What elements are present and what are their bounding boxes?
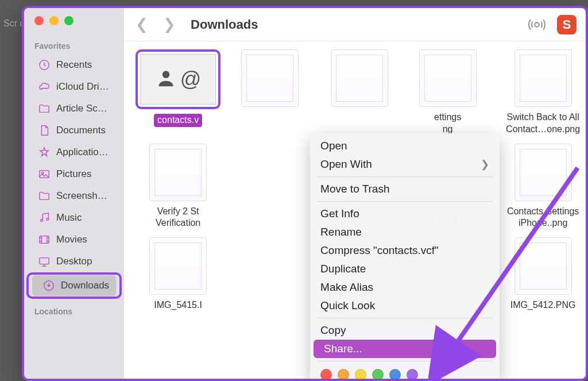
sidebar-item-downloads[interactable]: Downloads [32,275,116,296]
airdrop-icon[interactable] [527,15,547,34]
tag-color[interactable] [320,369,332,380]
sidebar-item-icloud[interactable]: iCloud Dri… [28,76,121,97]
downloads-highlight: Downloads [26,272,122,299]
nav-forward-button[interactable]: ❯ [163,16,176,33]
window-title: Downloads [191,17,258,32]
minimize-button[interactable] [49,16,59,25]
sidebar-item-screenshots[interactable]: Screensh… [28,186,121,206]
svg-point-3 [41,220,43,222]
file-item[interactable]: IMG_5412.PNG [496,237,588,311]
menu-open-with[interactable]: Open With ❯ [310,155,500,174]
desktop-icon [38,255,51,268]
menu-make-alias[interactable]: Make Alias [310,278,500,297]
window-controls [24,16,124,25]
menu-label: Open With [320,158,372,171]
app-icon-s[interactable]: S [557,15,577,34]
menu-copy[interactable]: Copy [310,321,500,340]
sidebar-item-label: Article Sc… [56,103,107,114]
tag-color[interactable] [389,369,401,380]
document-icon [38,124,51,137]
sidebar: Favorites Recents iCloud Dri… Article Sc… [24,8,124,379]
download-icon [42,279,55,292]
sidebar-item-label: Documents [56,125,106,136]
sidebar-heading-favorites: Favorites [24,39,124,54]
tag-color[interactable] [372,369,384,380]
file-label: Switch Back to All Contact…one.png [506,111,580,136]
file-item[interactable] [230,144,310,230]
close-button[interactable] [34,16,44,25]
image-icon [38,168,51,180]
menu-rename[interactable]: Rename [310,223,500,241]
menu-open[interactable]: Open [310,137,500,155]
file-item[interactable] [230,237,310,311]
svg-point-8 [535,22,539,27]
menu-trash[interactable]: Move to Trash [310,180,500,198]
file-item[interactable] [230,49,310,136]
sidebar-item-music[interactable]: Music [28,207,121,228]
cloud-icon [38,80,51,93]
sidebar-item-label: iCloud Dri… [56,81,109,93]
menu-get-info[interactable]: Get Info [310,205,500,223]
tag-color[interactable] [407,369,418,380]
chevron-right-icon: ❯ [481,158,489,171]
file-item[interactable]: IMG_5415.I [136,237,220,311]
file-label: contacts.v [154,114,202,127]
sidebar-item-label: Downloads [61,280,109,291]
sidebar-item-label: Pictures [56,168,91,180]
file-item[interactable] [319,49,400,136]
file-item[interactable]: @ contacts.v [136,49,220,136]
at-icon: @ [180,67,202,91]
file-item[interactable]: ettings ng [409,49,486,136]
sidebar-item-label: Applicatio… [56,147,109,158]
movie-icon [38,233,51,246]
menu-separator [317,201,493,202]
nav-back-button[interactable]: ❮ [136,16,148,33]
sidebar-item-pictures[interactable]: Pictures [28,164,121,184]
tag-color[interactable] [338,369,349,380]
menu-separator [317,318,493,318]
tag-color[interactable] [355,369,366,380]
svg-rect-5 [40,236,49,244]
person-icon [155,67,177,91]
file-browser[interactable]: @ contacts.vettings ngSwitch Back to All… [124,41,588,379]
sidebar-item-article[interactable]: Article Sc… [28,98,121,119]
main-content: ❮ ❯ Downloads S Ps i @ contacts.vettings… [124,8,588,379]
folder-icon [38,102,51,115]
file-label: IMG_5415.I [154,299,202,311]
sidebar-item-movies[interactable]: Movies [28,229,121,250]
file-item[interactable]: Verify 2 St Verification [136,144,220,230]
sidebar-item-label: Recents [56,59,92,71]
sidebar-item-documents[interactable]: Documents [28,120,121,141]
file-label: Contacts Settings iPhone..png [507,206,579,230]
menu-tags [310,364,500,381]
sidebar-item-label: Movies [56,234,87,245]
applications-icon [38,146,51,159]
svg-point-4 [47,218,49,221]
file-item[interactable]: Switch Back to All Contact…one.png [496,49,588,136]
contact-file-highlight: @ [136,49,220,109]
sidebar-item-desktop[interactable]: Desktop [28,251,121,272]
sidebar-item-recents[interactable]: Recents [28,55,121,75]
sidebar-item-label: Music [56,212,82,224]
maximize-button[interactable] [64,16,74,25]
menu-share[interactable]: Share... [314,340,496,358]
clock-icon [38,59,51,71]
sidebar-item-applications[interactable]: Applicatio… [28,142,121,163]
menu-compress[interactable]: Compress "contacts.vcf" [310,241,500,260]
finder-window: Favorites Recents iCloud Dri… Article Sc… [22,6,588,381]
toolbar: ❮ ❯ Downloads S Ps i [124,8,588,41]
menu-duplicate[interactable]: Duplicate [310,260,500,278]
sidebar-heading-locations: Locations [24,305,124,320]
svg-point-9 [162,71,169,78]
menu-quick-look[interactable]: Quick Look [310,297,500,315]
context-menu: Open Open With ❯ Move to Trash Get Info … [310,133,500,381]
music-icon [38,211,51,224]
folder-icon [38,190,51,202]
menu-separator [317,361,493,361]
svg-rect-6 [40,258,49,264]
file-label: ettings ng [434,111,461,136]
file-item[interactable]: Contacts Settings iPhone..png [496,144,588,230]
file-label: IMG_5412.PNG [510,299,576,311]
file-label: Verify 2 St Verification [156,206,200,230]
sidebar-item-label: Desktop [56,256,92,267]
